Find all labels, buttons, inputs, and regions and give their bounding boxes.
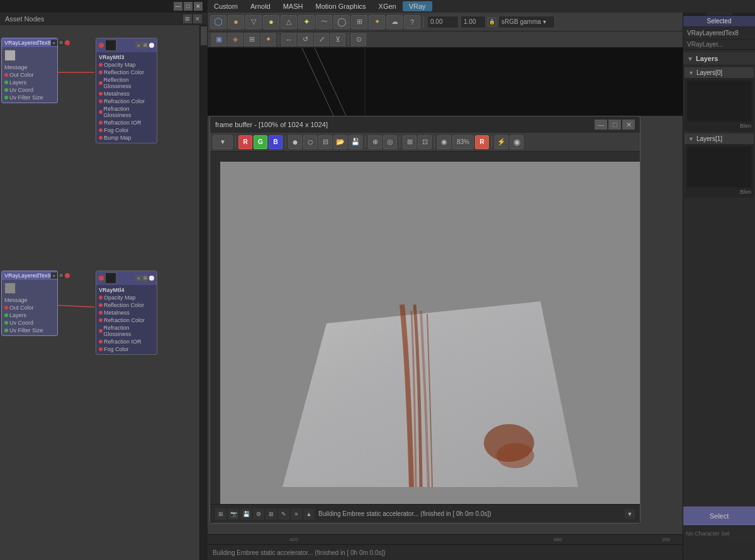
fb-zoom-in-btn[interactable]: ◎ [383, 135, 397, 149]
status-icon2[interactable]: 📷 [228, 508, 239, 520]
toolbar-water-icon[interactable]: 〜 [316, 15, 332, 29]
fb-region-btn[interactable]: ◉ [437, 135, 451, 149]
mtl4-icon1[interactable]: ≡ [135, 275, 142, 281]
status-icon6[interactable]: ✎ [278, 508, 289, 520]
select-button[interactable]: Select [683, 507, 755, 525]
fb-menu-btn[interactable]: ◉ [510, 135, 523, 149]
status-expand-btn[interactable]: ▼ [625, 509, 635, 519]
toolbar-light-icon[interactable]: ● [263, 15, 279, 29]
toolbar-select-icon[interactable]: ⬡ [210, 15, 226, 29]
rp-layers1-header[interactable]: ▼ Layers[1] [685, 133, 754, 144]
node-message-row: Message [4, 64, 55, 71]
close-button[interactable]: ✕ [194, 2, 203, 11]
fb-zoom-pct-btn[interactable]: 83% [452, 135, 474, 149]
node-vray-layered-tex9[interactable]: VRayLayeredTex9 ≡ ⚙ Message Out Color La… [1, 271, 58, 336]
outcolor-dot [4, 73, 8, 77]
fb-channel-g[interactable]: G [254, 135, 267, 149]
node-options-icon[interactable]: ≡ [51, 40, 57, 46]
fb-dropdown-btn[interactable]: ▼ [213, 135, 233, 149]
fb-channel-r[interactable]: R [238, 135, 252, 149]
tb2-snap-icon[interactable]: ⊻ [330, 33, 345, 46]
tb2-mesh-icon[interactable]: ⊞ [244, 33, 259, 46]
transform-x-input[interactable]: 0.00 [427, 16, 459, 28]
status-icon4[interactable]: ⚙ [253, 508, 264, 520]
fb-status-icons: ⊞ 📷 💾 ⚙ ⊞ ✎ ≡ ▲ [215, 508, 315, 520]
menu-xgen[interactable]: XGen [372, 1, 403, 11]
menu-custom[interactable]: Custom [208, 1, 244, 11]
toolbar-triangle-icon[interactable]: △ [281, 15, 297, 29]
toolbar-cloud-icon[interactable]: ☁ [386, 15, 403, 29]
tb2-cube-icon[interactable]: ◈ [228, 33, 243, 46]
fb-open-btn[interactable]: 📂 [333, 135, 347, 149]
menu-items: Custom Arnold MASH Motion Graphics XGen … [208, 1, 432, 11]
status-icon5[interactable]: ⊞ [266, 508, 277, 520]
node-vray-layered-tex8[interactable]: VRayLayeredTex8 ≡ ⚙ Message Out Color La… [1, 38, 58, 103]
menu-mash[interactable]: MASH [277, 1, 310, 11]
mtl4-refrior-row: Refraction IOR [99, 338, 154, 345]
fb-circle1-btn[interactable]: ● [288, 135, 302, 149]
tb2-light2-icon[interactable]: ✦ [260, 33, 276, 46]
status-icon3[interactable]: 💾 [240, 508, 252, 520]
scrollbar-thumb[interactable] [201, 26, 207, 45]
left-panel-scrollbar[interactable] [199, 25, 207, 560]
menu-vray[interactable]: VRay [403, 1, 432, 11]
fb-compare-btn[interactable]: ⊞ [403, 135, 417, 149]
toolbar-star-icon[interactable]: ✦ [369, 15, 385, 29]
menu-arnold[interactable]: Arnold [244, 1, 277, 11]
fb-stop-btn[interactable]: R [475, 135, 489, 149]
left-panel-title: Asset Nodes [5, 15, 44, 23]
fb-close-btn[interactable]: ✕ [622, 120, 635, 130]
mtl4-header-left [99, 272, 116, 284]
tex9-options-icon[interactable]: ≡ [51, 272, 57, 279]
mtl3-icon2[interactable]: ⊠ [142, 42, 148, 48]
node-vray-mtl4[interactable]: ≡ ⊠ VRayMtl4 Opacity Map Reflection Colo… [96, 271, 157, 355]
fb-channel-b[interactable]: B [269, 135, 282, 149]
node-settings-icon[interactable]: ⚙ [58, 40, 64, 46]
mtl4-fogcolor-row: Fog Color [99, 345, 154, 353]
tex9-outcolor-dot [4, 306, 8, 310]
mtl3-header-icons: ≡ ⊠ [135, 42, 154, 48]
tb2-render-icon[interactable]: ⊙ [351, 33, 366, 46]
layers-collapse-icon: ▼ [687, 55, 693, 62]
tb2-rotate-icon[interactable]: ↺ [298, 33, 313, 46]
node-vray-mtl3[interactable]: ≡ ⊠ VRayMtl3 Opacity Map Reflection Colo… [96, 38, 157, 143]
tex9-settings-icon[interactable]: ⚙ [58, 272, 64, 279]
viewport-geometry [208, 48, 683, 116]
transform-y-input[interactable]: 1.00 [461, 16, 486, 28]
status-icon8[interactable]: ▲ [303, 508, 315, 520]
fb-view-btn[interactable]: ⊡ [418, 135, 432, 149]
left-panel-close-btn[interactable]: ✕ [193, 14, 202, 23]
mtl3-icon1[interactable]: ≡ [135, 42, 142, 48]
tb2-scale-icon[interactable]: ⤢ [314, 33, 329, 46]
fb-maximize-btn[interactable]: □ [608, 120, 621, 130]
minimize-button[interactable]: — [174, 2, 182, 11]
maximize-button[interactable]: □ [184, 2, 193, 11]
lock-icon[interactable]: 🔒 [488, 18, 496, 26]
status-icon7[interactable]: ≡ [291, 508, 302, 520]
fb-save-btn[interactable]: 💾 [349, 135, 362, 149]
menu-motion-graphics[interactable]: Motion Graphics [309, 1, 372, 11]
fb-circle2-btn[interactable]: ○ [303, 135, 317, 149]
color-space-dropdown[interactable]: sRGB gamma ▾ [498, 16, 555, 28]
node-body-tex9: Message Out Color Layers Uv Coord Uv Fil… [2, 280, 57, 335]
fb-crop-btn[interactable]: ⊟ [318, 135, 332, 149]
tb2-select-icon[interactable]: ▣ [211, 33, 226, 46]
toolbar-help-icon[interactable]: ? [404, 15, 420, 29]
fb-zoom-fit-btn[interactable]: ⊕ [368, 135, 382, 149]
left-panel-expand-btn[interactable]: ⊞ [183, 14, 192, 23]
toolbar-sphere2-icon[interactable]: ◯ [333, 15, 350, 29]
status-icon1[interactable]: ⊞ [215, 508, 226, 520]
node-canvas: VRayLayeredTex8 ≡ ⚙ Message Out Color La… [0, 25, 199, 560]
toolbar-sphere-icon[interactable]: ● [228, 15, 244, 29]
mtl3-header-left [99, 40, 116, 51]
tb2-move-icon[interactable]: ↔ [281, 33, 296, 46]
rp-layers0-header[interactable]: ▼ Layers[0] [685, 67, 754, 78]
toolbar-funnel-icon[interactable]: ▽ [245, 15, 262, 29]
uvcoord-dot [4, 88, 8, 92]
toolbar-sun-icon[interactable]: ✦ [298, 15, 315, 29]
fb-minimize-btn[interactable]: — [595, 120, 607, 130]
toolbar-grid-icon[interactable]: ⊞ [351, 15, 367, 29]
mtl4-icon2[interactable]: ⊠ [142, 275, 148, 281]
rp-layers-header[interactable]: ▼ Layers [683, 52, 755, 65]
fb-settings-btn[interactable]: ⚡ [495, 135, 508, 149]
